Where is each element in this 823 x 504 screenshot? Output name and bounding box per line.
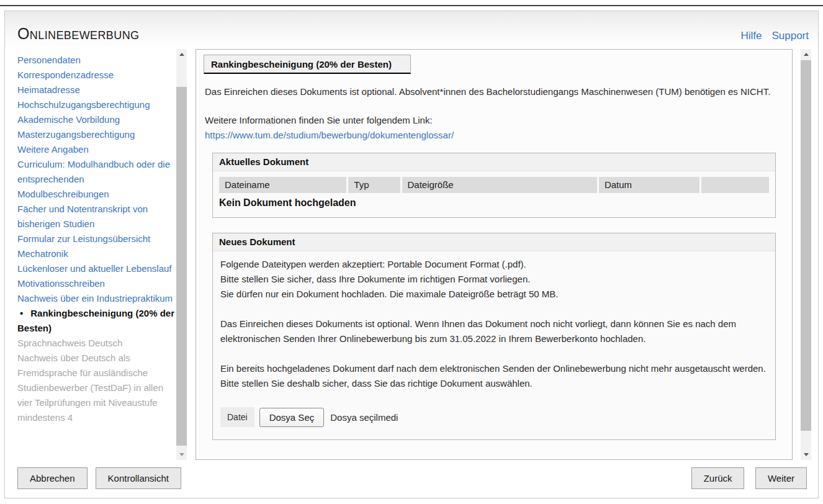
document-table-column-header: Dateigröße (402, 177, 597, 193)
sidebar-item[interactable]: Personendaten (17, 53, 176, 68)
section-tab-title: Rankingbescheinigung (20% der Besten) (204, 55, 411, 74)
main-scroll-down-button[interactable] (801, 449, 811, 460)
footer-right-group: Zurück Weiter (691, 467, 807, 489)
sidebar-item[interactable]: Curriculum: Modulhandbuch oder die entsp… (17, 157, 176, 202)
sidebar-item[interactable]: Heimatadresse (17, 83, 176, 97)
file-field-label: Datei (220, 407, 254, 427)
optional-note: Das Einreichen dieses Dokuments ist opti… (220, 317, 768, 346)
file-rules: Folgende Dateitypen werden akzeptiert: P… (219, 257, 769, 302)
hilfe-link[interactable]: Hilfe (740, 30, 762, 42)
document-table-header-row: Dateiname Typ Dateigröße Datum (219, 177, 769, 193)
sidebar-item[interactable]: Formular zur Leistungsübersicht Mechatro… (17, 232, 176, 261)
current-document-title: Aktuelles Dokument (213, 153, 775, 171)
step-navigation: Personendaten Korrespondenzadresse Heima… (17, 49, 176, 460)
document-table-column-header: Dateiname (219, 177, 346, 193)
main-scroll-up-button[interactable] (801, 49, 811, 60)
file-rule-line: Folgende Dateitypen werden akzeptiert: P… (220, 257, 768, 272)
main-scroll-thumb[interactable] (801, 60, 811, 431)
document-table-column-header: Datum (599, 177, 699, 193)
file-selected-status: Dosya seçilmedi (330, 412, 398, 423)
sidebar-item[interactable]: Fächer und Notentranskript von bisherige… (17, 202, 176, 232)
main-scroll-track[interactable] (801, 60, 811, 449)
more-info-label: Weitere Informationen finden Sie unter f… (205, 113, 783, 128)
zurueck-button[interactable]: Zurück (691, 467, 745, 489)
sidebar-item[interactable]: Masterzugangsberechtigung (17, 127, 176, 142)
titlebar: Onlinebewerbung Hilfe Support (5, 11, 818, 45)
scroll-up-icon (179, 53, 184, 56)
footer-bar: Abbrechen Kontrollansicht Zurück Weiter (5, 460, 818, 498)
sidebar-item[interactable]: Hochschulzugangsberechtigung (17, 97, 176, 112)
dokumentenglossar-link[interactable]: https://www.tum.de/studium/bewerbung/dok… (205, 128, 454, 143)
new-document-body: Folgende Dateitypen werden akzeptiert: P… (213, 251, 775, 439)
page-title: Onlinebewerbung (17, 25, 139, 43)
main-region: Rankingbescheinigung (20% der Besten) Da… (196, 49, 811, 460)
application-window: Onlinebewerbung Hilfe Support Personenda… (4, 11, 819, 498)
sidebar-item: Sprachnachweis Deutsch (17, 336, 176, 351)
scroll-up-icon (804, 53, 809, 56)
current-document-body: Dateiname Typ Dateigröße Datum Kein Doku… (213, 171, 775, 217)
document-table-column-header: Typ (348, 177, 400, 193)
new-document-box: Neues Dokument Folgende Dateitypen werde… (212, 233, 776, 440)
file-upload-row: Datei Dosya Seç Dosya seçilmedi (220, 407, 768, 427)
main-scrollbar[interactable] (801, 49, 811, 460)
no-document-message: Kein Dokument hochgeladen (219, 193, 769, 210)
file-rule-line: Bitte stellen Sie sicher, dass Ihre Doku… (220, 272, 768, 287)
sidebar-item: Nachweis über Deutsch als Fremdsprache f… (17, 351, 176, 425)
content-area: Personendaten Korrespondenzadresse Heima… (5, 45, 818, 460)
file-rule-line: Sie dürfen nur ein Dokument hochladen. D… (220, 287, 768, 302)
support-link[interactable]: Support (771, 30, 809, 42)
kontrollansicht-button[interactable]: Kontrollansicht (96, 467, 181, 489)
sidebar-scroll-track[interactable] (176, 60, 187, 449)
intro-text: Das Einreichen dieses Dokuments ist opti… (205, 84, 783, 99)
sidebar-item[interactable]: Weitere Angaben (17, 142, 176, 157)
weiter-button[interactable]: Weiter (755, 467, 807, 489)
sidebar-scrollbar[interactable] (176, 49, 187, 460)
top-divider-rule (0, 5, 823, 6)
current-document-box: Aktuelles Dokument Dateiname Typ Dateigr… (212, 153, 776, 218)
sidebar-item[interactable]: Nachweis über ein Industriepraktikum (17, 291, 176, 306)
choose-file-button[interactable]: Dosya Seç (259, 408, 325, 427)
document-upload-panel: Rankingbescheinigung (20% der Besten) Da… (196, 49, 793, 460)
sidebar-scroll-up-button[interactable] (176, 49, 187, 60)
sidebar-scroll-thumb[interactable] (176, 87, 187, 446)
sidebar-item[interactable]: Korrespondenzadresse (17, 68, 176, 83)
document-table-column-header (701, 177, 769, 193)
scroll-down-icon (804, 453, 809, 456)
sidebar-item[interactable]: Rankingbescheinigung (20% der Besten) (17, 306, 176, 336)
scroll-down-icon (179, 453, 184, 456)
abbrechen-button[interactable]: Abbrechen (17, 467, 88, 489)
sidebar-scroll-down-button[interactable] (176, 449, 187, 460)
sidebar-item[interactable]: Motivationsschreiben (17, 276, 176, 291)
replace-note: Ein bereits hochgeladenes Dokument darf … (220, 361, 768, 391)
new-document-title: Neues Dokument (213, 233, 775, 251)
sidebar-item[interactable]: Akademische Vorbildung (17, 112, 176, 127)
sidebar-item[interactable]: Lückenloser und aktueller Lebenslauf (17, 261, 176, 276)
